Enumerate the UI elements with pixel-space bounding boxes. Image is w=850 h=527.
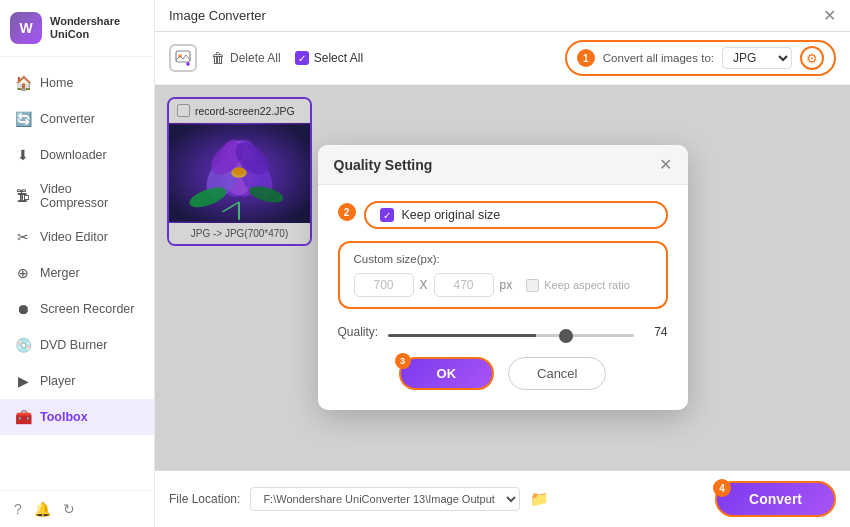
player-icon: ▶ [14, 372, 32, 390]
screen-recorder-icon: ⏺ [14, 300, 32, 318]
file-location-label: File Location: [169, 492, 240, 506]
custom-size-label: Custom size(px): [354, 253, 652, 265]
ok-button-wrap: 3 OK [399, 357, 495, 390]
sidebar-item-label: Player [40, 374, 75, 388]
sidebar-header: W Wondershare UniCon [0, 0, 154, 57]
keep-original-row-wrap: 2 Keep original size [338, 201, 668, 229]
file-path-select[interactable]: F:\Wondershare UniConverter 13\Image Out… [250, 487, 520, 511]
sidebar-item-converter[interactable]: 🔄 Converter [0, 101, 154, 137]
folder-icon[interactable]: 📁 [530, 490, 549, 508]
help-icon[interactable]: ? [14, 501, 22, 517]
delete-all-button[interactable]: 🗑 Delete All [211, 50, 281, 66]
keep-aspect-checkbox[interactable] [526, 279, 539, 292]
modal-backdrop: Quality Setting ✕ 2 Keep original size [155, 85, 850, 470]
sidebar-nav: 🏠 Home 🔄 Converter ⬇ Downloader 🗜 Video … [0, 57, 154, 490]
dialog-close-icon[interactable]: ✕ [659, 155, 672, 174]
toolbox-icon: 🧰 [14, 408, 32, 426]
convert-all-label: Convert all images to: [603, 52, 714, 64]
sidebar-item-label: Toolbox [40, 410, 88, 424]
window-titlebar: Image Converter ✕ [155, 0, 850, 32]
video-editor-icon: ✂ [14, 228, 32, 246]
custom-size-section: Custom size(px): X px Keep aspect ratio [338, 241, 668, 309]
select-all-checkbox-label[interactable]: Select All [295, 51, 363, 65]
dvd-burner-icon: 💿 [14, 336, 32, 354]
sidebar-item-label: Video Compressor [40, 182, 140, 210]
sidebar-footer: ? 🔔 ↻ [0, 490, 154, 527]
sidebar-item-label: Screen Recorder [40, 302, 135, 316]
keep-original-row: Keep original size [364, 201, 668, 229]
converter-icon: 🔄 [14, 110, 32, 128]
close-icon[interactable]: ✕ [823, 6, 836, 25]
content-area: record-screen22.JPG [155, 85, 850, 470]
window-title: Image Converter [169, 8, 266, 23]
sidebar-item-toolbox[interactable]: 🧰 Toolbox [0, 399, 154, 435]
keep-original-label: Keep original size [402, 208, 501, 222]
notification-icon[interactable]: 🔔 [34, 501, 51, 517]
toolbar: 🗑 Delete All Select All 1 Convert all im… [155, 32, 850, 85]
sidebar-item-label: Home [40, 76, 73, 90]
delete-all-label: Delete All [230, 51, 281, 65]
dialog-body: 2 Keep original size Custom size(px): X [318, 185, 688, 410]
convert-button-wrap: 4 Convert [715, 481, 836, 517]
sidebar-item-video-editor[interactable]: ✂ Video Editor [0, 219, 154, 255]
quality-value: 74 [644, 325, 668, 339]
select-all-label: Select All [314, 51, 363, 65]
logo-letter: W [19, 20, 32, 36]
sidebar-item-home[interactable]: 🏠 Home [0, 65, 154, 101]
convert-all-area: 1 Convert all images to: JPG PNG BMP WEB… [565, 40, 836, 76]
aspect-ratio-check: Keep aspect ratio [526, 279, 630, 292]
add-image-button[interactable] [169, 44, 197, 72]
px-label: px [500, 278, 513, 292]
sidebar-item-merger[interactable]: ⊕ Merger [0, 255, 154, 291]
downloader-icon: ⬇ [14, 146, 32, 164]
video-compressor-icon: 🗜 [14, 187, 32, 205]
step-badge-1: 1 [577, 49, 595, 67]
sidebar-item-label: Video Editor [40, 230, 108, 244]
sidebar-item-player[interactable]: ▶ Player [0, 363, 154, 399]
quality-label: Quality: [338, 325, 379, 339]
aspect-ratio-label: Keep aspect ratio [544, 279, 630, 291]
convert-button[interactable]: Convert [715, 481, 836, 517]
sidebar-item-label: Merger [40, 266, 80, 280]
sidebar-item-label: DVD Burner [40, 338, 107, 352]
keep-original-checkbox[interactable] [380, 208, 394, 222]
ok-button[interactable]: 3 OK [399, 357, 495, 390]
add-image-icon [169, 44, 197, 72]
trash-icon: 🗑 [211, 50, 225, 66]
select-all-checkbox[interactable] [295, 51, 309, 65]
cancel-button[interactable]: Cancel [508, 357, 606, 390]
step-badge-3: 3 [395, 353, 411, 369]
sidebar-item-label: Converter [40, 112, 95, 126]
quality-row: Quality: 74 [338, 323, 668, 341]
settings-gear-icon[interactable]: ⚙ [800, 46, 824, 70]
sidebar-item-label: Downloader [40, 148, 107, 162]
refresh-icon[interactable]: ↻ [63, 501, 75, 517]
app-logo: W [10, 12, 42, 44]
home-icon: 🏠 [14, 74, 32, 92]
merger-icon: ⊕ [14, 264, 32, 282]
width-input[interactable] [354, 273, 414, 297]
custom-size-inputs: X px Keep aspect ratio [354, 273, 652, 297]
step-badge-2: 2 [338, 203, 356, 221]
dialog-header: Quality Setting ✕ [318, 145, 688, 185]
format-select[interactable]: JPG PNG BMP WEBP [722, 47, 792, 69]
x-separator: X [420, 278, 428, 292]
sidebar-item-video-compressor[interactable]: 🗜 Video Compressor [0, 173, 154, 219]
dialog-actions: 3 OK Cancel [338, 357, 668, 394]
step-badge-4: 4 [713, 479, 731, 497]
sidebar-item-downloader[interactable]: ⬇ Downloader [0, 137, 154, 173]
dialog-title: Quality Setting [334, 157, 433, 173]
quality-setting-dialog: Quality Setting ✕ 2 Keep original size [318, 145, 688, 410]
quality-slider-wrap [388, 323, 633, 341]
app-title: Wondershare UniCon [50, 15, 144, 41]
sidebar-item-screen-recorder[interactable]: ⏺ Screen Recorder [0, 291, 154, 327]
main-area: Image Converter ✕ 🗑 Delete All Select Al… [155, 0, 850, 527]
quality-slider[interactable] [388, 334, 633, 337]
plus-image-icon [175, 50, 191, 66]
sidebar-item-dvd-burner[interactable]: 💿 DVD Burner [0, 327, 154, 363]
height-input[interactable] [434, 273, 494, 297]
bottom-bar: File Location: F:\Wondershare UniConvert… [155, 470, 850, 527]
sidebar: W Wondershare UniCon 🏠 Home 🔄 Converter … [0, 0, 155, 527]
